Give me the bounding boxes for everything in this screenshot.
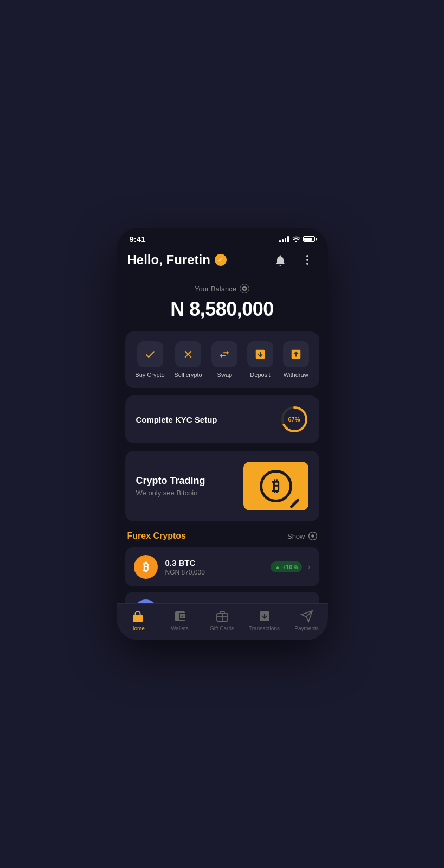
kyc-label: Complete KYC Setup <box>136 415 217 424</box>
signal-icon <box>279 236 289 242</box>
btc-info: 0.3 BTC NGN 870,000 <box>165 558 263 576</box>
btc-up-arrow: ▲ <box>275 564 281 570</box>
status-bar: 9:41 <box>117 228 328 246</box>
status-icons <box>279 236 315 242</box>
section-title: Furex Cryptos <box>127 531 186 541</box>
wifi-icon <box>292 236 300 242</box>
payments-icon <box>300 609 314 623</box>
balance-label: Your Balance <box>127 284 317 293</box>
svg-point-8 <box>311 534 314 537</box>
kyc-card[interactable]: Complete KYC Setup 67% <box>125 395 319 443</box>
btc-change-value: +10% <box>282 564 298 570</box>
btc-list-item[interactable]: ₿ 0.3 BTC NGN 870,000 ▲ +10% › <box>125 547 319 586</box>
swap-icon <box>211 341 237 367</box>
svg-point-0 <box>306 255 308 257</box>
nav-wallets[interactable]: Wallets <box>159 609 201 631</box>
home-nav-label: Home <box>130 626 145 631</box>
withdraw-button[interactable]: Withdraw <box>283 341 309 378</box>
svg-point-1 <box>306 259 308 261</box>
btc-amount: 0.3 BTC <box>165 558 263 567</box>
phone-frame: 9:41 Hello, Furetin ✓ <box>117 228 328 640</box>
btc-chevron-icon: › <box>307 562 310 572</box>
kyc-percent-text: 67% <box>288 416 300 423</box>
verified-badge: ✓ <box>215 254 227 266</box>
nav-payments[interactable]: Payments <box>286 609 328 631</box>
withdraw-label: Withdraw <box>284 372 308 378</box>
trading-title: Crypto Trading <box>136 475 205 487</box>
home-icon <box>131 609 145 623</box>
trading-image: ₿ <box>243 462 308 510</box>
notification-button[interactable] <box>271 250 290 270</box>
sell-crypto-button[interactable]: Sell crypto <box>174 341 202 378</box>
balance-section: Your Balance N 8,580,000 <box>117 278 328 331</box>
bottom-nav: Home Wallets Gift Cards <box>117 603 328 640</box>
toggle-balance-button[interactable] <box>240 284 249 293</box>
btc-change-badge: ▲ +10% <box>271 561 302 572</box>
buy-crypto-button[interactable]: Buy Crypto <box>135 341 164 378</box>
trading-text: Crypto Trading We only see Bitcoin <box>136 475 205 497</box>
wallets-nav-label: Wallets <box>171 626 188 631</box>
svg-point-2 <box>306 263 308 265</box>
header-right <box>271 250 317 270</box>
balance-amount: N 8,580,000 <box>127 298 317 321</box>
nav-transactions[interactable]: Transactions <box>243 609 286 631</box>
section-header: Furex Cryptos Show <box>117 529 328 547</box>
nav-gift-cards[interactable]: Gift Cards <box>201 609 243 631</box>
sell-crypto-label: Sell crypto <box>174 372 202 378</box>
battery-icon <box>303 236 315 242</box>
btc-right: ▲ +10% › <box>271 561 311 572</box>
deposit-button[interactable]: Deposit <box>247 341 273 378</box>
magnify-glass-icon: ₿ <box>260 470 292 502</box>
sell-crypto-icon <box>175 341 201 367</box>
quick-actions: Buy Crypto Sell crypto Swap <box>125 331 319 388</box>
gift-cards-nav-label: Gift Cards <box>210 626 234 631</box>
header: Hello, Furetin ✓ <box>117 246 328 278</box>
gift-cards-icon <box>215 609 229 623</box>
payments-nav-label: Payments <box>294 626 318 631</box>
transactions-icon <box>258 609 272 623</box>
more-options-button[interactable] <box>298 250 317 270</box>
wallets-icon <box>173 609 187 623</box>
status-time: 9:41 <box>130 234 146 244</box>
withdraw-icon <box>283 341 309 367</box>
kyc-progress: 67% <box>280 405 308 433</box>
btc-logo: ₿ <box>134 555 158 579</box>
buy-crypto-icon <box>137 341 163 367</box>
transactions-nav-label: Transactions <box>249 626 280 631</box>
scroll-content: Hello, Furetin ✓ <box>117 246 328 640</box>
btc-value: NGN 870,000 <box>165 569 263 576</box>
buy-crypto-label: Buy Crypto <box>135 372 164 378</box>
show-cryptos-button[interactable]: Show <box>287 532 317 540</box>
trading-subtitle: We only see Bitcoin <box>136 489 205 497</box>
swap-button[interactable]: Swap <box>211 341 237 378</box>
trading-banner[interactable]: Crypto Trading We only see Bitcoin ₿ <box>125 451 319 521</box>
deposit-label: Deposit <box>250 372 270 378</box>
swap-label: Swap <box>217 372 233 378</box>
svg-point-4 <box>243 288 246 290</box>
deposit-icon <box>247 341 273 367</box>
greeting-text: Hello, Furetin <box>127 252 210 267</box>
bitcoin-symbol: ₿ <box>272 477 280 495</box>
nav-home[interactable]: Home <box>117 609 159 631</box>
header-left: Hello, Furetin ✓ <box>127 252 227 267</box>
